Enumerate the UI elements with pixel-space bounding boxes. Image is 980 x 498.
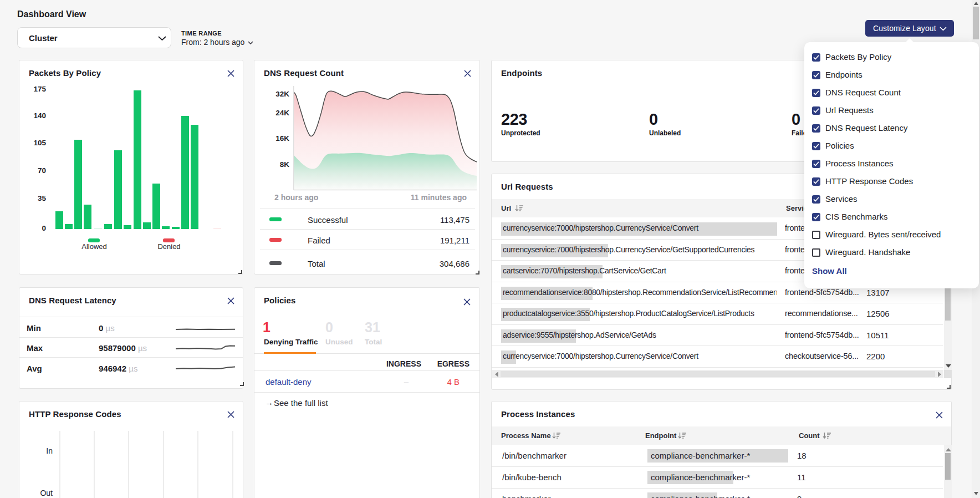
svg-text:32K: 32K (275, 90, 289, 98)
svg-text:16K: 16K (275, 134, 289, 143)
svg-text:8K: 8K (280, 160, 290, 169)
svg-text:24K: 24K (275, 109, 289, 117)
